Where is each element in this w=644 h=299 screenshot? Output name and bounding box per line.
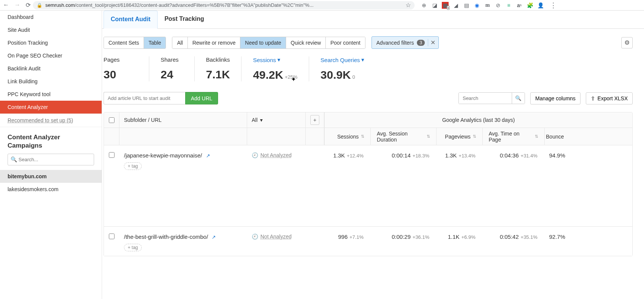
tab-post-tracking[interactable]: Post Tracking — [158, 11, 211, 28]
sidebar-item-ppc-keyword[interactable]: PPC Keyword tool — [0, 88, 102, 101]
campaign-lakesidesmokers[interactable]: lakesidesmokers.com — [0, 183, 102, 196]
ext-icon-6[interactable]: ◉ — [474, 2, 480, 9]
ext-icon-8[interactable]: ⊘ — [495, 2, 502, 9]
col-sessions[interactable]: Sessions⇅ — [324, 128, 370, 145]
col-avg-session-duration[interactable]: Avg. Session Duration⇅ — [370, 128, 436, 145]
profile-icon[interactable]: 👤 — [537, 2, 544, 9]
row-pv: 1.3K — [445, 152, 457, 159]
header-all-dropdown[interactable]: All ▾ — [247, 112, 305, 128]
metric-queries-value: 30.9K — [320, 69, 351, 81]
row-url[interactable]: /the-best-grill-with-griddle-combo/ — [124, 234, 208, 240]
col-avg-time-on-page[interactable]: Avg. Time on Page⇅ — [482, 128, 544, 145]
filter-quick[interactable]: Quick review — [286, 37, 326, 48]
row-asd-delta: +18.3% — [413, 153, 429, 159]
sidebar-item-position-tracking[interactable]: Position Tracking — [0, 36, 102, 49]
menu-icon[interactable]: ⋮ — [548, 1, 557, 9]
sidebar-item-link-building[interactable]: Link Building — [0, 75, 102, 88]
add-column-button[interactable]: + — [310, 115, 319, 125]
table-search-input[interactable] — [459, 93, 512, 104]
sort-icon: ⇅ — [535, 134, 538, 139]
sidebar-search-input[interactable] — [8, 154, 94, 165]
upload-icon: ⇪ — [591, 95, 595, 101]
external-link-icon[interactable]: ↗ — [206, 153, 210, 159]
col-bounce[interactable]: Bounce — [544, 128, 570, 145]
tab-content-audit[interactable]: Content Audit — [104, 11, 158, 29]
sort-icon: ⇅ — [361, 134, 364, 139]
row-atp: 0:04:36 — [500, 152, 519, 159]
chevron-down-icon: ▾ — [277, 56, 280, 63]
table-search-button[interactable]: 🔍 — [512, 93, 525, 104]
ext-icon-2[interactable]: ◪ — [431, 2, 438, 9]
sidebar-item-content-analyzer[interactable]: Content Analyzer — [0, 101, 102, 114]
metric-sessions-dropdown[interactable]: Sessions ▾ — [253, 56, 297, 63]
row-checkbox[interactable] — [109, 234, 115, 239]
ext-icon-10[interactable]: a1 — [516, 2, 523, 9]
external-link-icon[interactable]: ↗ — [212, 234, 216, 240]
ext-icon-5[interactable]: ▤ — [463, 2, 470, 9]
settings-button[interactable]: ⚙ — [621, 37, 633, 48]
ext-icon-9[interactable]: ≡ — [505, 2, 512, 9]
header-url[interactable]: Subfolder / URL — [119, 112, 247, 128]
sidebar-item-dashboard[interactable]: Dashboard — [0, 11, 102, 23]
chevron-down-icon: ▾ — [260, 117, 263, 123]
export-label: Export XLSX — [598, 95, 628, 101]
add-url-input[interactable] — [104, 92, 185, 104]
manage-columns-button[interactable]: Manage columns — [530, 92, 581, 104]
ext-icon-3[interactable]: ▦1 — [442, 2, 449, 9]
sidebar-recommended[interactable]: Recommended to set up (5) — [0, 114, 102, 127]
address-bar[interactable]: 🔒 semrush.com/content_tool/project/61864… — [33, 1, 415, 9]
view-table[interactable]: Table — [144, 37, 166, 48]
sidebar-title-1: Content Analyzer — [8, 134, 60, 141]
sidebar-item-onpage-seo[interactable]: On Page SEO Checker — [0, 49, 102, 62]
forward-icon[interactable]: → — [14, 2, 20, 9]
view-toggle: Content Sets Table — [104, 37, 166, 49]
row-asd: 0:00:14 — [392, 152, 411, 159]
sidebar-search: 🔍 — [8, 154, 94, 165]
add-tag-button[interactable]: + tag — [124, 244, 142, 251]
sidebar: Dashboard Site Audit Position Tracking O… — [0, 11, 102, 299]
metric-sessions: Sessions ▾ 49.2K+25% — [241, 56, 309, 81]
add-url-button[interactable]: Add URL — [185, 92, 218, 104]
col-sessions-label: Sessions — [337, 134, 359, 140]
sidebar-item-backlink-audit[interactable]: Backlink Audit — [0, 62, 102, 75]
filter-all[interactable]: All — [172, 37, 188, 48]
add-tag-button[interactable]: + tag — [124, 162, 142, 170]
row-pv-delta: +13.4% — [459, 153, 475, 159]
filter-update[interactable]: Need to update — [240, 37, 286, 48]
star-icon[interactable]: ☆ — [406, 2, 411, 9]
export-button[interactable]: ⇪Export XLSX — [586, 92, 633, 104]
row-url[interactable]: /japanese-kewpie-mayonnaise/ — [124, 152, 202, 159]
ext-icon-4[interactable]: ◢ — [452, 2, 459, 9]
metric-queries-label: Search Queries — [320, 57, 360, 63]
row-sessions-delta: +7.1% — [350, 234, 364, 240]
close-icon[interactable]: ✕ — [428, 39, 435, 46]
row-atp-delta: +31.4% — [521, 153, 537, 159]
extensions-icon[interactable]: 🧩 — [526, 2, 533, 9]
metric-backlinks: Backlinks 7.1K — [194, 56, 241, 81]
ext-icon-1[interactable]: ⊕ — [421, 2, 427, 9]
reload-icon[interactable]: ⟳ — [26, 2, 31, 9]
view-content-sets[interactable]: Content Sets — [104, 37, 144, 48]
metric-shares-value: 24 — [161, 68, 183, 81]
col-pv-label: Pageviews — [445, 134, 471, 140]
lock-icon: 🔒 — [37, 3, 42, 8]
sidebar-item-site-audit[interactable]: Site Audit — [0, 23, 102, 36]
row-status[interactable]: Not Analyzed — [260, 152, 292, 158]
row-sessions-delta: +12.4% — [347, 153, 364, 159]
select-all-checkbox[interactable] — [109, 117, 115, 123]
col-pageviews[interactable]: Pageviews⇅ — [436, 128, 482, 145]
row-status[interactable]: Not Analyzed — [260, 234, 292, 240]
metric-queries-dropdown[interactable]: Search Queries ▾ — [320, 56, 364, 63]
advanced-filters-chip[interactable]: Advanced filters 3 ✕ — [372, 36, 439, 49]
row-checkbox[interactable] — [109, 152, 115, 158]
data-table: Subfolder / URL All ▾ + Google Analytics… — [104, 112, 633, 256]
ext-icon-7[interactable]: m — [484, 2, 491, 9]
back-icon[interactable]: ← — [3, 2, 9, 9]
filter-poor[interactable]: Poor content — [326, 37, 365, 48]
search-icon: 🔍 — [11, 156, 17, 162]
row-sessions: 1.3K — [333, 152, 345, 159]
advanced-filters-label: Advanced filters — [376, 40, 414, 46]
filter-rewrite[interactable]: Rewrite or remove — [188, 37, 240, 48]
row-pv-delta: +6.9% — [461, 234, 475, 240]
campaign-bitemybun[interactable]: bitemybun.com — [0, 170, 102, 183]
